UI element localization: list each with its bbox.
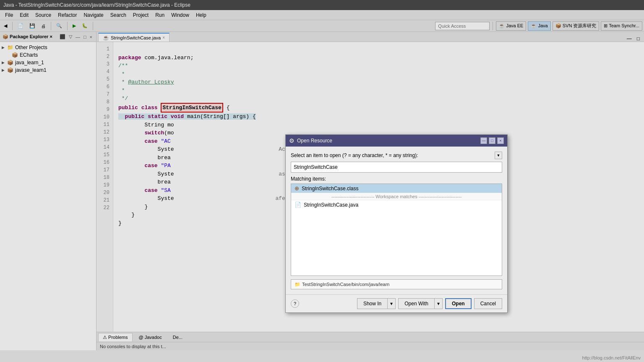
open-button[interactable]: Open: [445, 298, 472, 309]
match-class-label: StringInSwitchCase.class: [302, 186, 358, 191]
show-in-button[interactable]: Show In: [357, 298, 388, 309]
java-icon: 📄: [295, 202, 301, 208]
path-text: TestStringInSwitchCase/bin/com/java/lear…: [302, 282, 389, 287]
dialog-title-label: Open Resource: [297, 138, 332, 144]
open-with-group: Open With ▾: [398, 298, 443, 309]
match-item-java[interactable]: 📄 StringInSwitchCase.java: [291, 200, 502, 209]
class-icon: ⊕: [295, 185, 299, 191]
show-in-dropdown[interactable]: ▾: [388, 298, 396, 309]
match-java-label: StringInSwitchCase.java: [304, 202, 358, 208]
dialog-search-input[interactable]: [291, 162, 502, 173]
dialog-search-label: Select an item to open (? = any characte…: [291, 152, 502, 159]
help-button[interactable]: ?: [291, 299, 299, 308]
dialog-footer-left: ?: [291, 299, 299, 308]
path-icon: 📁: [295, 282, 300, 287]
dialog-label-text: Select an item to open (? = any characte…: [291, 152, 418, 158]
dialog-maximize[interactable]: □: [489, 137, 495, 144]
dialog-path-bar: 📁 TestStringInSwitchCase/bin/com/java/le…: [291, 279, 502, 289]
match-item-class[interactable]: ⊕ StringInSwitchCase.class: [291, 184, 502, 193]
open-resource-dialog: ⚙ Open Resource — □ × Select an item to …: [285, 134, 508, 313]
open-with-dropdown[interactable]: ▾: [435, 298, 443, 309]
matching-list[interactable]: ⊕ StringInSwitchCase.class -------------…: [291, 184, 502, 276]
show-in-group: Show In ▾: [357, 298, 396, 309]
cancel-button[interactable]: Cancel: [474, 298, 502, 309]
dialog-close[interactable]: ×: [497, 137, 504, 144]
dialog-title-bar[interactable]: ⚙ Open Resource — □ ×: [286, 135, 507, 147]
dialog-minimize[interactable]: —: [480, 137, 487, 144]
dialog-options-dropdown[interactable]: ▼: [495, 152, 502, 159]
dialog-footer: ? Show In ▾ Open With ▾ Open Cancel: [286, 294, 507, 312]
workspace-separator: ---------------------------- Workspace m…: [291, 193, 502, 200]
dialog-title-icon: ⚙: [289, 137, 295, 144]
dialog-footer-right: Show In ▾ Open With ▾ Open Cancel: [357, 298, 502, 309]
dialog-body: Select an item to open (? = any characte…: [286, 147, 507, 294]
dialog-window-buttons: — □ ×: [480, 137, 504, 144]
open-with-button[interactable]: Open With: [398, 298, 435, 309]
matching-items-label: Matching items:: [291, 176, 502, 182]
dialog-title-text: ⚙ Open Resource: [289, 137, 332, 144]
